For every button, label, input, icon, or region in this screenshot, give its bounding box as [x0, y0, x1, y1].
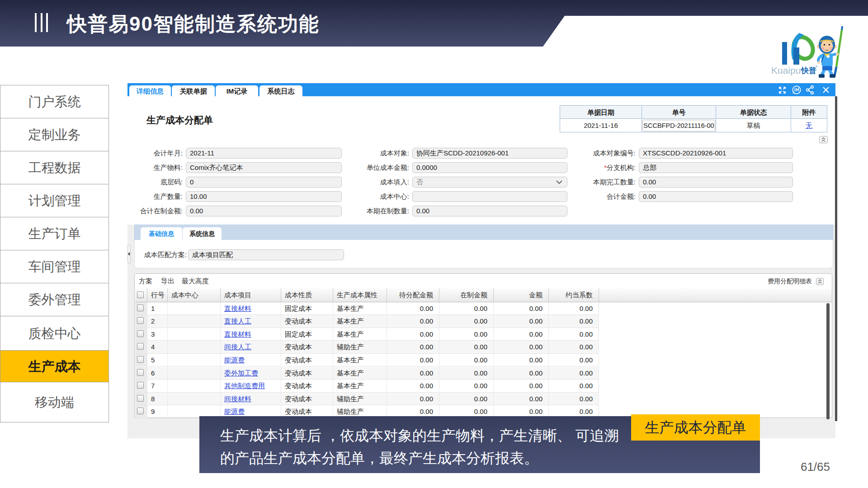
- svg-text:快普: 快普: [801, 66, 816, 75]
- svg-text:Kuaipu: Kuaipu: [771, 65, 801, 75]
- svg-text:R: R: [816, 65, 818, 68]
